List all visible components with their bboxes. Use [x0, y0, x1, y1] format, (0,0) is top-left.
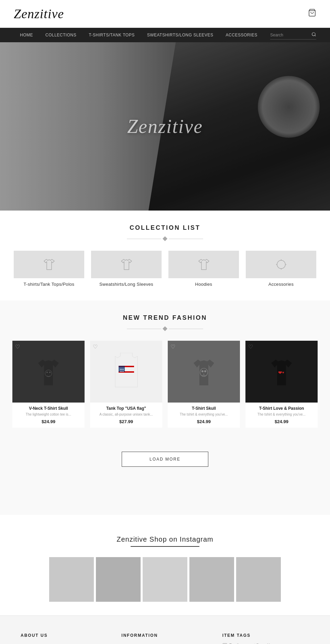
svg-text:❤: ❤: [278, 370, 282, 375]
product-info-0: V-Neck T-Shirt Skull The lightweight cot…: [12, 403, 85, 428]
insta-item-2[interactable]: [96, 557, 141, 602]
footer-about-text: Zenzitive an exclusive selection of Wome…: [21, 643, 108, 644]
product-name-3: T-Shirt Love & Passion: [248, 406, 316, 411]
collection-grid: T-shirts/Tank Tops/Polos Sweatshirts/Lon…: [0, 251, 330, 301]
footer-about: ABOUT US Zenzitive an exclusive selectio…: [21, 633, 108, 644]
product-info-3: T-Shirt Love & Passion The tshirt & ever…: [245, 403, 318, 428]
brand-logo[interactable]: Zenzitive: [14, 6, 64, 21]
product-img-0: ♡: [12, 341, 85, 403]
hero-logo-overlay: Zenzitive: [127, 115, 203, 137]
product-desc-3: The tshirt & everything you've...: [248, 412, 316, 417]
instagram-section: Zenzitive Shop on Instagram: [0, 515, 330, 615]
svg-point-16: [204, 370, 206, 372]
product-img-1: ♡ ★★★ ★★★: [90, 341, 162, 403]
product-name-0: V-Neck T-Shirt Skull: [14, 406, 82, 411]
wishlist-icon-0[interactable]: ♡: [15, 343, 20, 350]
product-desc-0: The lightweight cotton tee is...: [14, 412, 82, 417]
product-desc-1: A classic, all-purpose unisex tank...: [92, 412, 160, 417]
product-img-2: ♡: [168, 341, 240, 403]
instagram-grid: [14, 557, 316, 602]
product-info-1: Tank Top "USA flag" A classic, all-purpo…: [90, 403, 162, 428]
nav-home[interactable]: HOME: [14, 28, 39, 42]
instagram-underline: [131, 546, 199, 547]
product-price-2: $24.99: [170, 419, 238, 424]
svg-point-15: [201, 370, 204, 372]
product-card-0[interactable]: ♡ V-Neck T-Shirt Skull The lightweight c…: [12, 341, 85, 428]
load-more-button[interactable]: LOAD MORE: [122, 452, 208, 467]
product-price-3: $24.99: [248, 419, 316, 424]
product-info-2: T-Shirt Skull The tshirt & everything yo…: [168, 403, 240, 428]
wishlist-icon-3[interactable]: ♡: [248, 343, 253, 350]
insta-item-4[interactable]: [189, 557, 234, 602]
collection-divider: [0, 237, 330, 240]
product-card-1[interactable]: ♡ ★★★ ★★★ Tank Top "USA flag" A cla: [90, 341, 162, 428]
insta-item-1[interactable]: [49, 557, 94, 602]
collection-label-sweatshirts: Sweatshirts/Long Sleeves: [91, 282, 162, 287]
nav-sweatshirts[interactable]: SWEATSHIRTS/LONG SLEEVES: [141, 28, 220, 42]
products-divider: [10, 327, 320, 330]
svg-text:♥: ♥: [282, 371, 284, 374]
product-card-2[interactable]: ♡ T-Shirt Skull The tshirt & everything …: [168, 341, 240, 428]
search-input[interactable]: [270, 33, 311, 37]
collection-item-accessories[interactable]: Accessories: [246, 251, 316, 287]
collection-item-tshirts[interactable]: T-shirts/Tank Tops/Polos: [14, 251, 84, 287]
svg-point-3: [277, 260, 285, 269]
collection-thumb-hoodies: [168, 251, 239, 278]
site-footer: ABOUT US Zenzitive an exclusive selectio…: [0, 615, 330, 644]
hero-banner: Zenzitive: [0, 42, 330, 211]
product-name-2: T-Shirt Skull: [170, 406, 238, 411]
diamond-icon-2: [163, 326, 167, 331]
footer-about-title: ABOUT US: [21, 633, 108, 638]
diamond-icon: [163, 236, 167, 241]
section-spacer: [0, 487, 330, 515]
product-name-1: Tank Top "USA flag": [92, 406, 160, 411]
insta-item-3[interactable]: [143, 557, 187, 602]
collection-thumb-tshirts: [14, 251, 84, 278]
load-more-wrapper: LOAD MORE: [0, 441, 330, 487]
svg-line-2: [315, 35, 316, 36]
collection-item-hoodies[interactable]: Hoodies: [168, 251, 239, 287]
product-img-3: ♡ ❤ ♥: [245, 341, 318, 403]
collection-thumb-sweatshirts: [91, 251, 162, 278]
product-price-1: $27.99: [92, 419, 160, 424]
wishlist-icon-1[interactable]: ♡: [93, 343, 98, 350]
main-nav: HOME COLLECTIONS T-SHIRTS/TANK TOPS SWEA…: [0, 28, 330, 42]
collection-label-accessories: Accessories: [246, 282, 316, 287]
collection-label-tshirts: T-shirts/Tank Tops/Polos: [14, 282, 84, 287]
collection-item-sweatshirts[interactable]: Sweatshirts/Long Sleeves: [91, 251, 162, 287]
products-title: NEW TREND FASHION: [10, 301, 320, 325]
wishlist-icon-2[interactable]: ♡: [170, 343, 175, 350]
insta-item-5[interactable]: [236, 557, 281, 602]
site-header: Zenzitive: [0, 0, 330, 28]
footer-information: INFORMATION Terms Of Service Privacy Pol…: [121, 633, 208, 644]
svg-point-1: [312, 33, 315, 36]
collection-list-section: COLLECTION LIST T-shirts/Tank Tops/Polos…: [0, 211, 330, 301]
svg-rect-10: [119, 374, 134, 375]
search-area: [270, 31, 316, 39]
collection-thumb-accessories: [246, 251, 316, 278]
footer-item-tags: ITEM TAGS Email : support@zenzitive.com: [222, 633, 309, 644]
nav-tshirts[interactable]: T-SHIRTS/TANK TOPS: [82, 28, 141, 42]
svg-point-5: [46, 372, 48, 373]
product-price-0: $24.99: [14, 419, 82, 424]
product-grid: ♡ V-Neck T-Shirt Skull The lightweight c…: [10, 341, 320, 428]
product-desc-2: The tshirt & everything you've...: [170, 412, 238, 417]
collection-list-title: COLLECTION LIST: [0, 211, 330, 235]
footer-tags-title: ITEM TAGS: [222, 633, 309, 638]
footer-email-row: Email : support@zenzitive.com: [222, 643, 309, 644]
svg-text:★★★: ★★★: [120, 370, 124, 372]
svg-point-6: [49, 372, 51, 373]
collection-label-hoodies: Hoodies: [168, 282, 239, 287]
products-section: NEW TREND FASHION ♡ V-Neck T-Shirt Skull…: [0, 301, 330, 441]
search-button[interactable]: [311, 32, 316, 38]
footer-link-tos[interactable]: Terms Of Service: [121, 643, 208, 644]
footer-grid: ABOUT US Zenzitive an exclusive selectio…: [21, 633, 309, 644]
nav-collections[interactable]: COLLECTIONS: [39, 28, 82, 42]
nav-accessories[interactable]: ACCESSORIES: [220, 28, 264, 42]
product-card-3[interactable]: ♡ ❤ ♥ T-Shirt Love & Passion The tshirt …: [245, 341, 318, 428]
footer-info-title: INFORMATION: [121, 633, 208, 638]
cart-icon[interactable]: [308, 9, 316, 19]
instagram-title: Zenzitive Shop on Instagram: [14, 535, 316, 543]
